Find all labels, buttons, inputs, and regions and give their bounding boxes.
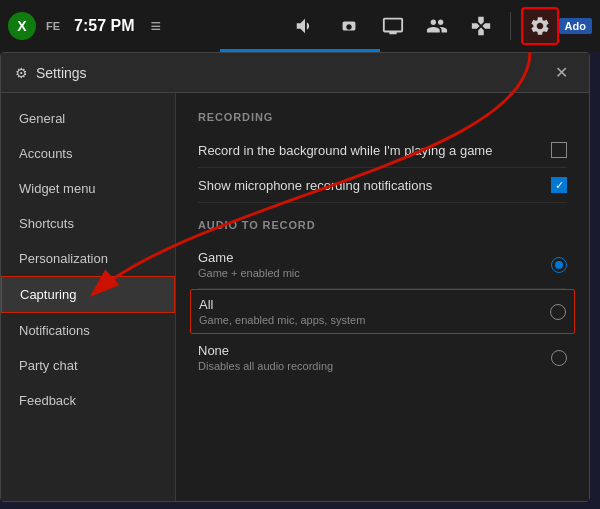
audio-all-sublabel: Game, enabled mic, apps, system [199,314,365,326]
audio-section-label: AUDIO TO RECORD [198,219,567,231]
audio-game-radio[interactable] [551,257,567,273]
taskbar-wp-label: Ado [559,18,592,34]
audio-game-sublabel: Game + enabled mic [198,267,300,279]
settings-panel: ⚙ Settings ✕ General Accounts Widget men… [0,52,590,502]
bg-record-text: Record in the background while I'm playi… [198,143,492,158]
settings-close-button[interactable]: ✕ [547,59,575,87]
sidebar-item-feedback[interactable]: Feedback [1,383,175,418]
audio-option-all-text: All Game, enabled mic, apps, system [199,297,365,326]
mic-notif-text: Show microphone recording notifications [198,178,432,193]
sidebar-item-shortcuts[interactable]: Shortcuts [1,206,175,241]
controller-icon[interactable] [462,7,500,45]
sidebar-item-widget-menu[interactable]: Widget menu [1,171,175,206]
mic-notif-row: Show microphone recording notifications … [198,168,567,203]
taskbar-time: 7:57 PM [74,17,134,35]
taskbar: X FE 7:57 PM ≡ Ado [0,0,600,52]
settings-header-gear-icon: ⚙ [15,65,28,81]
settings-header: ⚙ Settings ✕ [1,53,589,93]
audio-all-label: All [199,297,365,312]
mic-notif-label: Show microphone recording notifications [198,178,432,193]
xbox-logo-letter: X [17,18,26,34]
capture-icon[interactable] [330,7,368,45]
bg-record-row: Record in the background while I'm playi… [198,133,567,168]
taskbar-menu-icon[interactable]: ≡ [151,16,162,37]
sidebar-item-party-chat[interactable]: Party chat [1,348,175,383]
settings-title: Settings [36,65,547,81]
audio-option-all[interactable]: All Game, enabled mic, apps, system [190,289,575,334]
sidebar-item-notifications[interactable]: Notifications [1,313,175,348]
audio-none-label: None [198,343,333,358]
audio-game-label: Game [198,250,300,265]
sidebar-item-general[interactable]: General [1,101,175,136]
audio-option-none-text: None Disables all audio recording [198,343,333,372]
bg-record-checkbox[interactable] [551,142,567,158]
volume-icon[interactable] [286,7,324,45]
sidebar-item-capturing[interactable]: Capturing [1,276,175,313]
taskbar-left: X FE 7:57 PM ≡ [8,12,286,40]
settings-icon[interactable] [521,7,559,45]
taskbar-divider [510,12,511,40]
recording-section-label: RECORDING [198,111,567,123]
settings-content: RECORDING Record in the background while… [176,93,589,501]
audio-option-none[interactable]: None Disables all audio recording [198,334,567,381]
mic-notif-checkbox[interactable]: ✓ [551,177,567,193]
sidebar-item-accounts[interactable]: Accounts [1,136,175,171]
taskbar-icons [286,7,559,45]
xbox-logo: X [8,12,36,40]
audio-all-radio[interactable] [550,304,566,320]
active-tab-indicator [220,49,380,52]
tv-icon[interactable] [374,7,412,45]
sidebar-item-personalization[interactable]: Personalization [1,241,175,276]
taskbar-fe-label: FE [46,20,60,32]
people-icon[interactable] [418,7,456,45]
taskbar-right: Ado [559,18,592,34]
audio-option-game-text: Game Game + enabled mic [198,250,300,279]
settings-sidebar: General Accounts Widget menu Shortcuts P… [1,93,176,501]
audio-option-game[interactable]: Game Game + enabled mic [198,241,567,289]
settings-body: General Accounts Widget menu Shortcuts P… [1,93,589,501]
audio-none-sublabel: Disables all audio recording [198,360,333,372]
audio-none-radio[interactable] [551,350,567,366]
bg-record-label: Record in the background while I'm playi… [198,143,492,158]
